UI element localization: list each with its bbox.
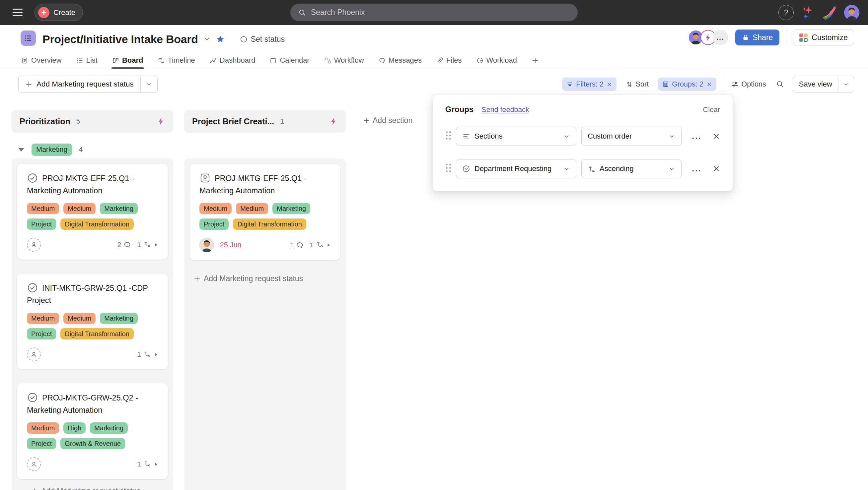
assignee-avatar[interactable] [199,238,214,252]
groups-panel: Groups Send feedback Clear Sections Cust… [432,95,733,191]
add-card-button[interactable]: Add Marketing request status [31,487,141,490]
workload-icon [476,57,484,64]
tab-workflow[interactable]: Workflow [324,52,364,69]
send-feedback-link[interactable]: Send feedback [482,106,529,114]
tab-timeline[interactable]: Timeline [158,52,195,69]
save-view-button[interactable]: Save view [793,76,854,93]
tag: Digital Transformation [60,219,134,230]
add-tab-button[interactable] [532,52,539,69]
collapse-triangle-icon[interactable] [18,148,24,152]
column-header-project-brief[interactable]: Project Brief Creati... 1 [184,110,346,133]
tab-dashboard[interactable]: Dashboard [210,52,255,69]
groups-icon [662,81,669,88]
remove-group-rule-button[interactable] [709,129,723,143]
tab-workload[interactable]: Workload [476,52,517,69]
add-status-button[interactable]: Add Marketing request status [18,75,158,93]
tab-calendar[interactable]: Calendar [270,52,309,69]
task-card[interactable]: PROJ-MKTG-EFF-25.Q1 - Marketing Automati… [17,164,168,260]
files-icon [436,57,443,64]
ai-sparkles-icon[interactable] [800,5,815,20]
group-field-select[interactable]: Department Requesting [456,159,576,178]
save-view-dropdown[interactable] [838,76,854,92]
more-members-button[interactable]: ... [713,30,728,45]
user-avatar[interactable] [844,5,859,20]
add-status-dropdown[interactable] [141,76,157,93]
due-date[interactable]: 25 Jun [220,241,242,249]
options-sliders-icon [731,80,739,88]
search-placeholder: Search Phoenix [311,8,365,17]
plus-icon [31,488,38,490]
tab-overview[interactable]: Overview [21,52,62,69]
clear-groups-button[interactable]: Clear [703,106,720,114]
search-tasks-icon[interactable] [776,80,784,88]
expand-subtasks-icon[interactable] [154,352,159,357]
approval-stamp-icon[interactable] [199,172,211,184]
assignee-placeholder[interactable] [27,238,41,252]
search-icon [298,9,306,17]
task-card[interactable]: PROJ-MKTG-EFF-25.Q1 - Marketing Automati… [189,164,340,260]
swimlane-count: 4 [79,145,83,154]
title-chevron-down-icon[interactable] [204,35,211,43]
group-order-select[interactable]: Custom order [581,127,682,146]
filters-pill[interactable]: Filters: 2 [562,77,616,91]
assignee-placeholder[interactable] [27,348,41,361]
assignee-placeholder[interactable] [27,457,41,471]
customize-button[interactable]: Customize [793,30,854,45]
help-button[interactable]: ? [778,5,794,20]
tab-list[interactable]: List [76,52,98,69]
expand-subtasks-icon[interactable] [326,243,331,248]
column-header-prioritization[interactable]: Prioritization 5 [11,110,173,133]
add-status-label: Add Marketing request status [36,80,134,89]
task-card[interactable]: INIT-MKTG-GRW-25.Q1 -CDP Project Medium … [17,273,168,369]
expand-subtasks-icon[interactable] [154,462,159,467]
group-field-select[interactable]: Sections [456,127,576,146]
project-icon[interactable] [21,31,36,46]
favorite-star-icon[interactable] [216,35,225,43]
options-button[interactable]: Options [731,80,766,89]
sort-button[interactable]: Sort [626,80,649,89]
tag: Medium [27,203,59,214]
group-order-select[interactable]: Ascending [581,159,682,178]
group-rule-more-button[interactable]: ... [689,162,705,176]
task-title: PROJ-MKTG-EFF-25.Q1 - Marketing Automati… [27,172,159,197]
phoenix-logo-icon[interactable] [822,5,837,21]
plus-icon [532,57,539,64]
task-card[interactable]: PROJ-MKTG-GRW-25.Q2 - Marketing Automati… [17,383,168,479]
chevron-down-icon [146,81,152,88]
add-card-button[interactable]: Add Marketing request status [193,274,340,283]
share-button[interactable]: Share [735,30,779,45]
tab-messages[interactable]: Messages [379,52,422,69]
column-count: 1 [280,117,284,126]
clear-filters-icon[interactable] [607,81,612,87]
check-circle-icon[interactable] [27,172,38,184]
tab-files[interactable]: Files [436,52,462,69]
group-rule-more-button[interactable]: ... [689,129,705,143]
tag: Project [27,438,56,449]
add-section-button[interactable]: Add section [363,116,412,125]
groups-pill[interactable]: Groups: 2 [658,77,716,91]
drag-handle-icon[interactable] [446,164,451,172]
check-circle-icon[interactable] [27,392,38,403]
rule-bolt-icon[interactable] [329,117,338,126]
swimlane-marketing[interactable]: Marketing 4 [18,143,83,156]
group-rule-row: Department Requesting Ascending ... [433,159,733,178]
hamburger-menu-icon[interactable] [12,7,23,17]
toolbar-divider [724,77,724,91]
subtask-count: 1 [137,241,141,249]
overview-icon [21,57,28,64]
field-circle-chevron-icon [462,165,470,173]
tag: Medium [236,203,268,214]
search-input[interactable]: Search Phoenix [290,4,578,21]
remove-group-rule-button[interactable] [709,162,723,176]
rule-bolt-icon[interactable] [157,117,165,126]
set-status-label: Set status [251,35,285,44]
comment-icon [296,241,304,249]
expand-subtasks-icon[interactable] [154,242,159,247]
set-status-button[interactable]: Set status [240,35,285,44]
drag-handle-icon[interactable] [446,131,451,139]
create-button[interactable]: + Create [34,4,83,21]
tab-board[interactable]: Board [112,52,143,69]
clear-groups-icon[interactable] [706,81,712,87]
timeline-icon [158,57,165,64]
check-circle-icon[interactable] [27,282,38,293]
